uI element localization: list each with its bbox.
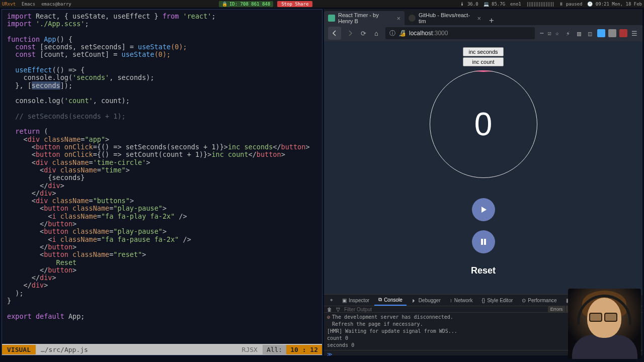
console-filter-input[interactable]: Filter Output: [344, 307, 544, 312]
reader-icon[interactable]: ☑: [548, 30, 551, 37]
activity-bars: ||||||||||||||||: [526, 2, 554, 7]
pause-icon: [479, 238, 488, 246]
timer-circle: 0: [430, 70, 537, 178]
trash-icon[interactable]: 🗑: [327, 307, 332, 312]
network-iface: eno1: [510, 2, 521, 7]
svg-rect-1: [484, 239, 486, 245]
permissions-icon[interactable]: 🔏: [398, 30, 406, 37]
app-emacs-host[interactable]: emacs@barry: [41, 2, 71, 7]
terminal-name: URxvt: [2, 2, 16, 7]
log-line: The development server has disconnected.: [332, 314, 605, 321]
scroll-percent: All:: [263, 345, 286, 354]
ext-icon-1[interactable]: [597, 29, 605, 37]
lock-icon: 🔒: [222, 2, 227, 7]
menu-button[interactable]: ☰: [630, 29, 638, 37]
ublock-icon[interactable]: [619, 29, 627, 37]
clock: 🕐 09:21 Mon, 18 Feb: [587, 2, 642, 7]
back-button[interactable]: [328, 27, 341, 40]
devtools-tab-inspector[interactable]: ▣ Inspector: [338, 296, 373, 305]
filetype: RJSX: [237, 345, 263, 354]
github-favicon: [409, 15, 416, 22]
desktop-topbar: URxvt Emacs emacs@barry 🔒ID: 708 861 848…: [0, 0, 644, 8]
play-button[interactable]: [472, 198, 495, 221]
devtools-tab-debugger[interactable]: ⏵ Debugger: [408, 296, 445, 305]
filter-icon[interactable]: ▽: [336, 307, 340, 312]
devtools-tab-styleeditor[interactable]: {} Style Editor: [477, 296, 517, 305]
app-emacs[interactable]: Emacs: [22, 2, 35, 7]
cpu-indicator: 💻 85.7G: [484, 2, 506, 7]
play-icon: [479, 205, 488, 214]
inc-seconds-button[interactable]: inc seconds: [463, 47, 503, 56]
reset-button[interactable]: Reset: [471, 265, 496, 276]
code-editor[interactable]: import React, { useState, useEffect } fr…: [2, 10, 322, 344]
library-icon[interactable]: ▥: [575, 29, 583, 37]
new-tab-button[interactable]: +: [485, 16, 498, 25]
vim-mode: VISUAL: [2, 345, 36, 354]
visual-selection: seconds: [32, 81, 60, 89]
inc-count-button[interactable]: inc count: [463, 57, 503, 66]
temp-indicator: 🌡 36.0: [460, 2, 478, 7]
editor-statusline: VISUAL …/src/App.js RJSX All: 10 : 12: [2, 344, 322, 355]
browser-urlbar: ⟳ ⌂ ⓘ 🔏 localhost:3000 ⋯ ☑ ☆ ⚡ ▥ ◫ ☰: [324, 25, 642, 41]
timer-value: 0: [474, 106, 493, 143]
devtools-picker-icon[interactable]: ⌖: [326, 295, 337, 305]
reload-button[interactable]: ⟳: [359, 29, 367, 37]
file-path: …/src/App.js: [36, 345, 93, 354]
forward-button[interactable]: [346, 29, 354, 37]
stop-share-button[interactable]: Stop Share: [277, 1, 312, 7]
tab-title: React Timer - by Henry B: [338, 12, 393, 24]
devtools-tab-network[interactable]: ↕ Network: [446, 296, 477, 305]
svg-rect-0: [481, 239, 483, 245]
paused-indicator: ⏸ paused: [559, 2, 583, 7]
ext-icon-2[interactable]: [608, 29, 616, 37]
devtools-icon[interactable]: ⚡: [564, 29, 572, 37]
page-actions-icon[interactable]: ⋯: [540, 30, 543, 37]
info-icon[interactable]: ⓘ: [389, 29, 395, 38]
devtools-tab-console[interactable]: ⧉ Console: [374, 295, 407, 306]
browser-tab-github[interactable]: GitHub - Blevs/react-tim ×: [405, 11, 485, 25]
sidebar-icon[interactable]: ◫: [586, 29, 594, 37]
devtools-tab-performance[interactable]: ⊙ Performance: [518, 296, 560, 305]
react-favicon: [328, 15, 335, 22]
close-tab-icon[interactable]: ×: [396, 15, 400, 22]
filter-errors[interactable]: Errors: [548, 306, 566, 312]
rendered-page: inc seconds inc count 0 Reset: [324, 41, 642, 294]
browser-tab-react-timer[interactable]: React Timer - by Henry B ×: [324, 11, 405, 25]
address-bar[interactable]: ⓘ 🔏 localhost:3000: [385, 27, 535, 39]
webcam-overlay: [568, 289, 641, 359]
tab-title: GitHub - Blevs/react-tim: [419, 12, 474, 24]
editor-pane[interactable]: import React, { useState, useEffect } fr…: [2, 9, 323, 355]
share-id-badge: 🔒ID: 708 861 848: [219, 1, 273, 7]
pause-button[interactable]: [472, 230, 495, 253]
cursor-position: 10 : 12: [286, 345, 322, 354]
close-tab-icon[interactable]: ×: [477, 15, 481, 22]
bookmark-star-icon[interactable]: ☆: [555, 30, 559, 37]
home-button[interactable]: ⌂: [372, 29, 380, 37]
browser-tabbar: React Timer - by Henry B × GitHub - Blev…: [324, 9, 642, 25]
